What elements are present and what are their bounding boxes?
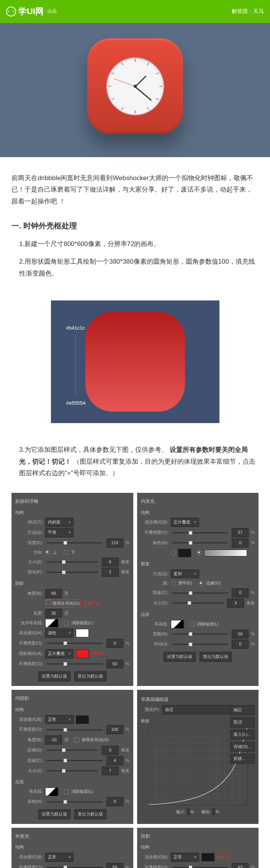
ig-contour[interactable] — [171, 620, 184, 628]
ig-op[interactable]: 57 — [232, 528, 249, 537]
src-edge[interactable] — [199, 581, 204, 586]
ig-color[interactable] — [178, 549, 191, 557]
soften-input[interactable]: 2 — [102, 568, 119, 577]
curve-out[interactable] — [212, 809, 215, 815]
style-select[interactable]: 内斜面 — [45, 518, 74, 527]
src-center[interactable] — [171, 581, 176, 586]
is1-global[interactable] — [74, 738, 79, 743]
hi-op[interactable]: 0 — [106, 639, 123, 648]
ok-btn[interactable]: 确定 — [230, 705, 255, 715]
global-light-cb[interactable] — [46, 600, 51, 605]
set-default-btn[interactable]: 设置为默认值 — [38, 671, 70, 681]
clock-icon — [87, 38, 183, 134]
save-btn[interactable]: 存储(S)... — [230, 742, 255, 752]
rounded-rect-shape — [85, 312, 185, 412]
is1-blend[interactable]: 正常 — [45, 715, 74, 724]
gloss-contour[interactable] — [45, 619, 58, 627]
depth-slider[interactable] — [47, 542, 103, 543]
is1-size[interactable]: 7 — [102, 766, 119, 776]
ig-size[interactable]: 3 — [227, 599, 244, 608]
depth-input[interactable]: 115 — [106, 538, 123, 548]
alt-input[interactable]: 30 — [45, 609, 62, 618]
ds-blend[interactable]: 正常 — [171, 853, 199, 862]
panel-inner-shadow-1: 内阴影 结构 混合模式(B):正常 不透明度(O):100% 角度(N):-10… — [11, 690, 133, 824]
panel-contour-editor: 等高线编辑器 预设(P):自定 映射 输入: %输出: % 确定 取消 载入(L… — [137, 690, 259, 824]
ig-grad[interactable] — [204, 550, 247, 556]
sh-op[interactable]: 50 — [106, 660, 123, 669]
hi-color[interactable] — [76, 629, 89, 637]
ig-method[interactable]: 柔和 — [171, 569, 199, 579]
step-1: 1.新建一个尺寸800*600像素，分辨率72的画布。 — [11, 238, 259, 250]
panel-outer-glow: 外发光 结构 混合模式(B):正常 不透明度(O):58% 杂色(N):0% #… — [11, 828, 133, 868]
set-default-btn[interactable]: 设置为默认值 — [38, 809, 70, 819]
panel-drop-shadow: 投影 结构 混合模式(B):正常#55729 不透明度(O):83% 角度(N)… — [137, 828, 259, 868]
set-default-btn[interactable]: 设置为默认值 — [164, 652, 196, 662]
ig-choke[interactable]: 0 — [232, 588, 249, 597]
is1-op[interactable]: 100 — [106, 725, 123, 734]
minute-hand — [135, 86, 152, 101]
reset-default-btn[interactable]: 复位为默认值 — [74, 809, 106, 819]
reset-default-btn[interactable]: 复位为默认值 — [74, 671, 106, 681]
gradient-demo: #b41c1c #e55554 — [51, 300, 219, 423]
new-btn[interactable]: 新建... — [230, 754, 255, 764]
second-hand — [113, 78, 135, 86]
is1-color[interactable] — [76, 715, 89, 724]
ig-jitter[interactable]: 0 — [232, 640, 249, 649]
ig-noise[interactable]: 0 — [232, 538, 249, 548]
dir-down[interactable] — [64, 550, 69, 555]
dir-up[interactable] — [45, 550, 50, 555]
load-btn[interactable]: 载入(L)... — [230, 730, 255, 740]
angle-input[interactable]: 90 — [45, 589, 62, 598]
color-labels: #b41c1c #e55554 — [66, 323, 86, 407]
og-op[interactable]: 58 — [106, 863, 123, 868]
curve-in[interactable] — [187, 809, 190, 815]
center-dot — [134, 85, 137, 88]
is1-dist[interactable]: 0 — [102, 746, 119, 755]
ds-op[interactable]: 83 — [232, 863, 249, 868]
hi-mode[interactable]: 滤色 — [45, 628, 74, 638]
layer-style-panels: 斜面和浮雕 结构 样式(T):内斜面 方法(Q):平滑 深度(D):115% 方… — [0, 493, 270, 868]
method-select[interactable]: 平滑 — [45, 528, 74, 537]
cancel-btn[interactable]: 取消 — [230, 717, 255, 727]
anti-cb[interactable] — [64, 621, 69, 626]
section-title: 一. 时钟外壳框处理 — [11, 219, 259, 233]
logo-icon — [6, 7, 16, 16]
logo-sub: 出品 — [47, 7, 57, 16]
logo-text: 学UI网 — [18, 4, 44, 19]
intro-text: 前两天在dribbble闲逛时无意间看到Webshocker大师的一个拟物化时钟… — [11, 172, 259, 208]
soften-slider[interactable] — [47, 572, 98, 573]
clock-face — [106, 57, 164, 115]
banner-right: 解答团：天马 — [232, 7, 264, 16]
og-blend[interactable]: 正常 — [45, 853, 74, 862]
size-slider[interactable] — [47, 561, 98, 563]
sh-mode[interactable]: 正片叠底 — [45, 649, 74, 658]
top-banner: 学UI网 出品 解答团：天马 — [0, 0, 270, 23]
size-input[interactable]: 6 — [102, 558, 119, 567]
logo: 学UI网 出品 — [6, 4, 57, 19]
reset-default-btn[interactable]: 复位为默认值 — [200, 652, 232, 662]
ig-range[interactable]: 50 — [232, 630, 249, 639]
panel-bevel: 斜面和浮雕 结构 样式(T):内斜面 方法(Q):平滑 深度(D):115% 方… — [11, 493, 133, 686]
ig-blend[interactable]: 正片叠底 — [171, 518, 199, 527]
is1-contour[interactable] — [45, 788, 58, 796]
sh-color[interactable] — [76, 650, 89, 658]
hero-image — [0, 23, 270, 157]
step-3: 3.为它添加图层样式，具体参数见下图，仅供参考。 设置所有参数时要关闭全局光，切… — [11, 444, 259, 479]
is1-noise[interactable]: 0 — [106, 797, 123, 806]
step-2: 2.用形状圆角矩形工具绘制一个380*380像素的圆角矩形，圆角参数值100，填… — [11, 256, 259, 279]
is1-choke[interactable]: 4 — [106, 756, 123, 765]
color-bot: #e55554 — [66, 399, 86, 407]
color-top: #b41c1c — [66, 323, 86, 332]
ds-color[interactable] — [201, 853, 214, 861]
is1-angle[interactable]: -10 — [45, 735, 62, 745]
panel-inner-glow: 内发光 结构 混合模式(B):正片叠底 不透明度(O):57% 杂色(N):0%… — [137, 493, 259, 686]
